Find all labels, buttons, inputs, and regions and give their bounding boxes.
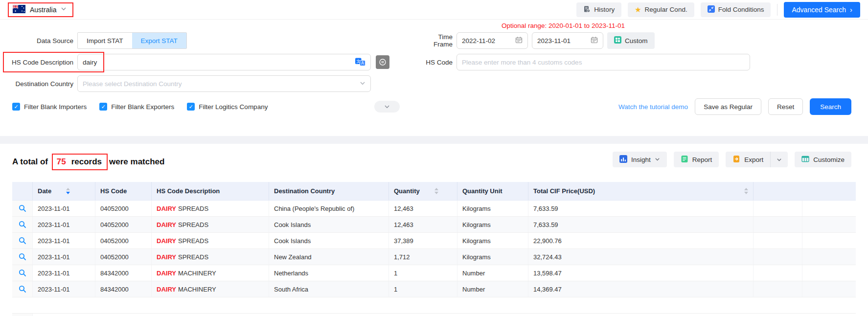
reset-button[interactable]: Reset <box>768 98 803 115</box>
sort-icon[interactable] <box>744 188 748 194</box>
insight-button[interactable]: Insight <box>613 152 667 167</box>
tutorial-demo-link[interactable]: Watch the tutorial demo <box>618 103 688 111</box>
exact-match-toggle[interactable] <box>376 55 389 69</box>
chevron-down-icon <box>655 156 660 163</box>
cell-destination: South Africa <box>269 281 389 297</box>
customize-icon <box>801 155 809 164</box>
cell-total-cif-price: 7,633.59 <box>528 201 754 216</box>
results-summary: A total of 75recordswere matched <box>12 154 164 170</box>
cell-desc-highlight: DAIRY <box>157 237 176 245</box>
row-detail-button[interactable] <box>12 249 33 265</box>
hs-desc-label: HS Code Description <box>0 59 73 66</box>
cell-destination: New Zealand <box>269 249 389 265</box>
history-button[interactable]: History <box>576 2 621 17</box>
header-quantity[interactable]: Quantity <box>389 182 457 200</box>
search-form: Optional range: 2020-01-01 to 2023-11-01… <box>0 20 868 136</box>
cell-quantity-unit: Number <box>457 265 528 281</box>
export-dropdown-button[interactable] <box>770 152 788 167</box>
cell-empty <box>754 217 802 232</box>
hs-code-field[interactable] <box>457 54 750 70</box>
cell-quantity-unit: Number <box>457 281 528 297</box>
start-date-picker[interactable] <box>457 32 528 49</box>
destination-label: Destination Country <box>0 80 73 88</box>
sort-icon[interactable] <box>66 188 70 194</box>
filter-blank-importers-checkbox[interactable]: ✓ Filter Blank Importers <box>12 103 87 111</box>
country-label: Australia <box>30 6 56 14</box>
save-as-regular-button[interactable]: Save as Regular <box>695 98 761 115</box>
sort-icon[interactable] <box>434 188 438 194</box>
export-button[interactable]: Export <box>726 152 788 167</box>
cell-empty <box>754 201 802 216</box>
row-detail-button[interactable] <box>12 265 33 281</box>
header-hs-code: HS Code <box>95 182 152 200</box>
results-table: Date HS Code HS Code Description Destina… <box>12 182 856 316</box>
country-selector[interactable]: Australia <box>8 2 73 17</box>
header-quantity-unit: Quantity Unit <box>457 182 528 200</box>
regular-cond-button[interactable]: ★ Regular Cond. <box>628 2 694 17</box>
header-total-cif-price[interactable]: Total CIF Price(USD) <box>528 182 754 200</box>
end-date-input[interactable] <box>537 37 582 45</box>
filter-logitics-company-checkbox[interactable]: ✓ Filter Logitics Company <box>187 103 268 111</box>
row-detail-button[interactable] <box>12 201 33 216</box>
cell-hs-description: DAIRYSPREADS <box>152 201 269 216</box>
cell-desc-highlight: DAIRY <box>157 205 176 212</box>
cell-hs-description: DAIRYMACHINERY <box>152 265 269 281</box>
custom-range-button[interactable]: Custom <box>607 32 655 49</box>
start-date-input[interactable] <box>462 37 507 45</box>
row-detail-button[interactable] <box>12 217 33 232</box>
tab-import-stat[interactable]: Import STAT <box>78 33 132 48</box>
row-detail-button[interactable] <box>12 233 33 248</box>
cell-date: 2023-11-01 <box>33 249 95 265</box>
insight-icon <box>619 155 627 164</box>
fold-icon <box>708 5 715 14</box>
filter-blank-exporters-checkbox[interactable]: ✓ Filter Blank Exporters <box>99 103 174 111</box>
cell-desc-highlight: DAIRY <box>157 221 176 228</box>
destination-select[interactable] <box>77 75 371 92</box>
hs-desc-field[interactable]: 文A <box>77 54 371 70</box>
hs-desc-input[interactable] <box>83 59 337 66</box>
table-row: 2023-11-01 04052000 DAIRYSPREADS China (… <box>12 201 856 217</box>
search-button[interactable]: Search <box>810 98 851 115</box>
cell-total-cif-price: 13,598.47 <box>528 265 754 281</box>
svg-text:A: A <box>361 61 364 66</box>
end-date-picker[interactable] <box>532 32 603 49</box>
cell-hs-description: DAIRYSPREADS <box>152 233 269 248</box>
header-date[interactable]: Date <box>33 182 95 200</box>
optional-range-note: Optional range: 2020-01-01 to 2023-11-01 <box>502 22 625 29</box>
australia-flag-icon <box>13 5 25 15</box>
cell-date: 2023-11-01 <box>33 217 95 232</box>
table-row: 2023-11-01 04052000 DAIRYSPREADS Cook Is… <box>12 217 856 233</box>
cell-hs-code: 04052000 <box>95 201 152 216</box>
tab-export-stat[interactable]: Export STAT <box>132 33 186 48</box>
advanced-search-button[interactable]: Advanced Search › <box>784 2 860 18</box>
cell-desc-rest: MACHINERY <box>178 286 216 293</box>
row-detail-button[interactable] <box>12 281 33 297</box>
cell-quantity-unit: Kilograms <box>457 249 528 265</box>
translate-icon[interactable]: 文A <box>355 57 365 68</box>
chevron-right-icon: › <box>850 6 852 13</box>
header-hs-description: HS Code Description <box>152 182 269 200</box>
checkbox-checked-icon: ✓ <box>99 103 107 111</box>
destination-input[interactable] <box>83 80 347 88</box>
table-row: 2023-11-01 04052000 DAIRYSPREADS Cook Is… <box>12 233 856 249</box>
chevron-down-icon <box>360 80 365 88</box>
data-source-label: Data Source <box>0 37 73 45</box>
section-divider <box>0 136 868 144</box>
cell-quantity: 12,463 <box>389 217 457 232</box>
report-button[interactable]: Report <box>674 152 719 167</box>
results-header: A total of 75recordswere matched Insight… <box>0 144 868 182</box>
report-icon <box>681 155 688 164</box>
table-body: 2023-11-01 04052000 DAIRYSPREADS China (… <box>12 201 856 297</box>
cell-total-cif-price: 22,900.76 <box>528 233 754 248</box>
customize-button[interactable]: Customize <box>795 152 851 167</box>
custom-icon <box>614 36 621 45</box>
cell-date: 2023-11-01 <box>33 265 95 281</box>
cell-desc-rest: SPREADS <box>178 253 208 261</box>
table-row: 2023-11-01 84342000 DAIRYMACHINERY Nethe… <box>12 265 856 281</box>
fold-conditions-button[interactable]: Fold Conditions <box>701 2 771 17</box>
calendar-icon <box>515 36 523 45</box>
cell-desc-rest: MACHINERY <box>178 270 216 277</box>
collapse-conditions-button[interactable] <box>374 101 400 113</box>
hs-code-input[interactable] <box>462 59 745 66</box>
cell-hs-description: DAIRYSPREADS <box>152 249 269 265</box>
